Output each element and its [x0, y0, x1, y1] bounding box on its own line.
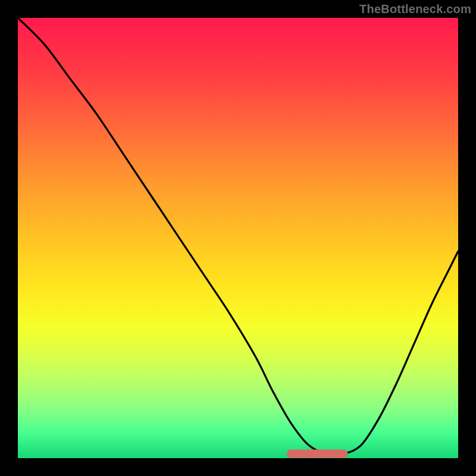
plot-area — [18, 18, 458, 458]
bottleneck-curve-path — [18, 18, 458, 455]
curve-svg — [18, 18, 458, 458]
watermark-text: TheBottleneck.com — [359, 2, 471, 16]
chart-frame: TheBottleneck.com — [0, 0, 476, 476]
